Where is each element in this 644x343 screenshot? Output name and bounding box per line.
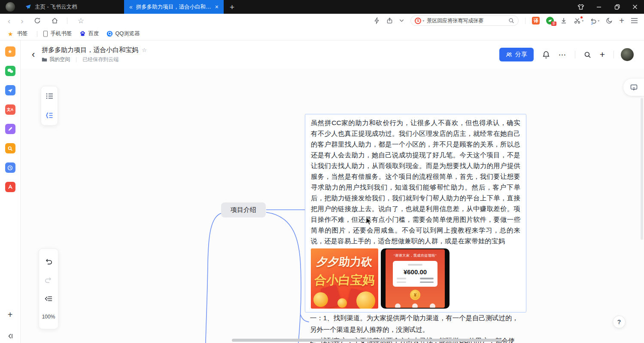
notifications-bell-icon[interactable] [542,51,550,59]
bookmark-baidu[interactable]: 百度 [79,30,99,37]
shirt-icon [577,4,584,10]
bookmark-label: 手机书签 [51,30,72,37]
theme-skin-button[interactable] [572,0,590,14]
people-icon [506,52,512,58]
address-search-box[interactable]: S ▾ 景区回应将张骞写成张赛 [410,15,519,26]
bookmark-qq-browser[interactable]: QQ浏览器 [106,30,140,37]
outline-view-button[interactable] [46,93,53,99]
view-mode-panel [41,86,58,126]
caret-icon[interactable]: ▾ [598,19,599,23]
canvas-redo-button[interactable] [45,277,52,284]
sidebar-feishu-icon[interactable] [5,85,15,95]
toolbar-divider [67,18,67,24]
doc-search-icon[interactable] [584,51,591,58]
paper-plane-icon [7,88,13,93]
search-icon[interactable] [508,18,514,24]
yen-glyph: ¥ [414,292,416,297]
mindmap-view-button[interactable] [46,112,53,119]
canvas-undo-button[interactable] [45,258,52,265]
undo-history-icon[interactable]: 2 ▾ [590,17,599,24]
vertical-scrollbar[interactable] [641,98,643,240]
tab-title: 主页 - 飞书云文档 [35,3,119,11]
minimize-button[interactable] [590,0,608,14]
sidebar-wechat-icon[interactable] [5,66,15,76]
horizontal-scrollbar[interactable] [232,339,501,342]
promo-line2: 合小白宝妈 [311,272,378,288]
close-icon [632,4,638,9]
star-icon: ★ [8,49,12,55]
menu-icon[interactable] [631,18,638,24]
comment-icon [630,84,638,91]
comments-tab[interactable] [623,79,644,96]
sidebar-history-icon[interactable] [5,162,15,173]
mindmap-step1-node[interactable]: 一：1、找到渠道。为大家提供两个助力渠道，有一个是自己测试过的，另外一个渠道是别… [310,312,521,335]
lightning-icon[interactable] [374,17,380,24]
doc-space-label[interactable]: 我的空间 [49,56,70,63]
phone-screenshot-image[interactable]: “谢谢大家，我成功提现啦” ¥600.00 ¥ [381,248,450,309]
tab-close-icon[interactable]: × [215,3,219,10]
maximize-button[interactable] [608,0,626,14]
browser-toolbar: ‹ › ☆ S ▾ 景区回应将张骞写成张赛 [0,14,644,28]
sidebar-translate-icon[interactable]: 文A [5,104,15,115]
maximize-icon [614,4,620,10]
add-icon[interactable]: + [619,16,624,26]
favorite-star-icon[interactable]: ☆ [78,16,84,25]
caret-icon[interactable]: ▾ [582,19,583,23]
fit-to-center-button[interactable] [45,295,53,302]
share-page-icon[interactable] [386,17,393,24]
tab-doc-active[interactable]: « 拼多多助力项目，适合小白和宝妈 - × [124,0,224,14]
sogou-logo[interactable]: S [415,18,421,24]
collapse-icon [7,333,14,340]
search-engine-caret-icon[interactable]: ▾ [422,19,424,23]
coin-graphic [356,291,375,309]
sidebar-notes-icon[interactable] [5,124,15,134]
home-icon[interactable] [51,17,58,24]
detail-row [393,282,437,283]
user-avatar[interactable] [621,48,634,61]
bookmark-manager[interactable]: 书签 [17,30,28,37]
search-query-text[interactable]: 景区回应将张骞写成张赛 [427,17,506,24]
node-images-row: 夕夕助力砍 合小白宝妈 “谢谢大家，我成功提现啦” [311,248,520,309]
new-tab-button[interactable]: + [230,3,234,11]
browser-tab-bar: 主页 - 飞书云文档 « 拼多多助力项目，适合小白和宝妈 - × + [0,0,644,14]
promo-image[interactable]: 夕夕助力砍 合小白宝妈 [311,248,378,309]
sidebar-search-icon[interactable] [5,143,15,153]
close-window-button[interactable] [626,0,644,14]
intro-paragraph: 虽然拼CC家的助力和砍价行为，让很多人不喜欢，但也得承认，确实有不少人也真正提现… [311,117,520,246]
back-nav-icon[interactable]: ‹ [8,17,10,25]
doc-title-block: 拼多多助力项目，适合小白和宝妈 ☆ 我的空间 已经保存到云端 [42,46,147,63]
help-button[interactable]: ? [613,315,626,328]
sidebar-favorites-icon[interactable]: ★ [5,46,15,57]
tab-feishu-home[interactable]: 主页 - 飞书云文档 [20,0,124,14]
magnifier-icon [7,146,13,151]
bookmark-label: 百度 [88,30,99,37]
dark-mode-moon-icon[interactable] [606,17,613,24]
chevron-down-icon[interactable] [399,19,404,22]
reload-icon[interactable] [34,17,41,24]
screenshot-scissors-icon[interactable]: ▾ [574,17,583,24]
bookmark-mobile[interactable]: 手机书签 [43,30,72,37]
doc-star-icon[interactable]: ☆ [142,47,147,53]
doc-back-button[interactable]: ‹ [32,50,35,59]
share-button[interactable]: 分享 [499,48,534,61]
doc-add-icon[interactable]: + [600,49,605,60]
baidu-paw-icon [79,31,86,37]
mindmap-topic-node[interactable]: 项目介绍 [221,202,266,217]
sidebar-pdf-icon[interactable] [5,182,15,192]
forward-nav-icon[interactable]: › [21,17,23,25]
translate-button[interactable]: 译 [532,17,540,24]
doc-content: ‹ 拼多多助力项目，适合小白和宝妈 ☆ 我的空间 已经保存到云端 [21,40,644,343]
outline-list-icon [46,93,53,99]
clock-icon [7,165,13,171]
amount-label-bar [408,264,422,266]
mindmap-canvas[interactable]: 100% 项目介绍 虽然拼CC家的助力和砍价行为，让很多人不喜欢，但也得承认，确… [21,69,644,343]
browser-profile-avatar[interactable] [6,2,15,12]
side-panel-collapse-button[interactable] [0,333,20,340]
mindmap-intro-node[interactable]: 虽然拼CC家的助力和砍价行为，让很多人不喜欢，但也得承认，确实有不少人也真正提现… [305,114,526,312]
download-icon[interactable] [560,17,567,24]
zoom-level[interactable]: 100% [42,314,55,320]
side-panel-add-button[interactable]: + [0,310,20,320]
more-options-icon[interactable]: ⋯ [559,50,566,59]
phone-amount: ¥600.00 [404,268,427,276]
extension-icon[interactable]: 新 [546,17,554,24]
